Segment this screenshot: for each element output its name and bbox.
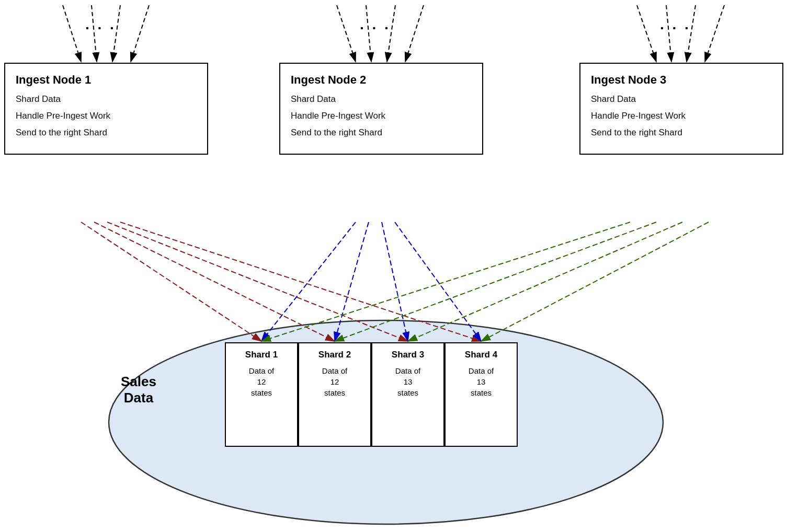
svg-line-9 <box>637 5 656 62</box>
node3-item1: Handle Pre-Ingest Work <box>591 111 772 121</box>
node3-item2: Send to the right Shard <box>591 128 772 138</box>
node2-title: Ingest Node 2 <box>291 73 472 87</box>
svg-line-22 <box>335 222 656 341</box>
svg-line-5 <box>337 5 356 62</box>
svg-line-8 <box>405 5 424 62</box>
node1-title: Ingest Node 1 <box>16 73 197 87</box>
diagram-container: · · · · · · · · · Ingest Node 1 Shard Da… <box>0 0 798 532</box>
sales-data-label: SalesData <box>112 374 165 406</box>
shard3-data: Data of13states <box>377 365 439 398</box>
svg-line-19 <box>382 222 408 341</box>
svg-line-12 <box>705 5 724 62</box>
ingest-node-1: Ingest Node 1 Shard Data Handle Pre-Inge… <box>4 63 208 155</box>
node3-item0: Shard Data <box>591 94 772 105</box>
svg-line-17 <box>261 222 356 341</box>
svg-line-18 <box>335 222 369 341</box>
node2-item2: Send to the right Shard <box>291 128 472 138</box>
node1-item0: Shard Data <box>16 94 197 105</box>
svg-line-13 <box>81 222 261 341</box>
shard2-data: Data of12states <box>303 365 366 398</box>
shard1-title: Shard 1 <box>230 350 293 360</box>
ingest-node-3: Ingest Node 3 Shard Data Handle Pre-Inge… <box>579 63 783 155</box>
node3-title: Ingest Node 3 <box>591 73 772 87</box>
svg-line-1 <box>63 5 81 62</box>
shard4-data: Data of13states <box>450 365 512 398</box>
node2-item0: Shard Data <box>291 94 472 105</box>
svg-line-20 <box>395 222 481 341</box>
node2-item1: Handle Pre-Ingest Work <box>291 111 472 121</box>
shards-container: Shard 1 Data of12states Shard 2 Data of1… <box>225 342 518 447</box>
shard2-title: Shard 2 <box>303 350 366 360</box>
dots-node1: · · · <box>85 20 116 37</box>
shard-3-box: Shard 3 Data of13states <box>371 342 444 447</box>
dots-node3: · · · <box>660 20 691 37</box>
shard4-title: Shard 4 <box>450 350 512 360</box>
shard-4-box: Shard 4 Data of13states <box>444 342 518 447</box>
node1-item2: Send to the right Shard <box>16 128 197 138</box>
dots-node2: · · · <box>360 20 391 37</box>
svg-line-4 <box>131 5 149 62</box>
svg-line-16 <box>120 222 481 341</box>
shard3-title: Shard 3 <box>377 350 439 360</box>
svg-line-23 <box>408 222 682 341</box>
svg-line-15 <box>107 222 408 341</box>
svg-line-21 <box>261 222 630 341</box>
shard1-data: Data of12states <box>230 365 293 398</box>
svg-line-14 <box>94 222 335 341</box>
svg-line-24 <box>481 222 709 341</box>
shard-1-box: Shard 1 Data of12states <box>225 342 298 447</box>
ingest-node-2: Ingest Node 2 Shard Data Handle Pre-Inge… <box>279 63 483 155</box>
shard-2-box: Shard 2 Data of12states <box>298 342 371 447</box>
node1-item1: Handle Pre-Ingest Work <box>16 111 197 121</box>
